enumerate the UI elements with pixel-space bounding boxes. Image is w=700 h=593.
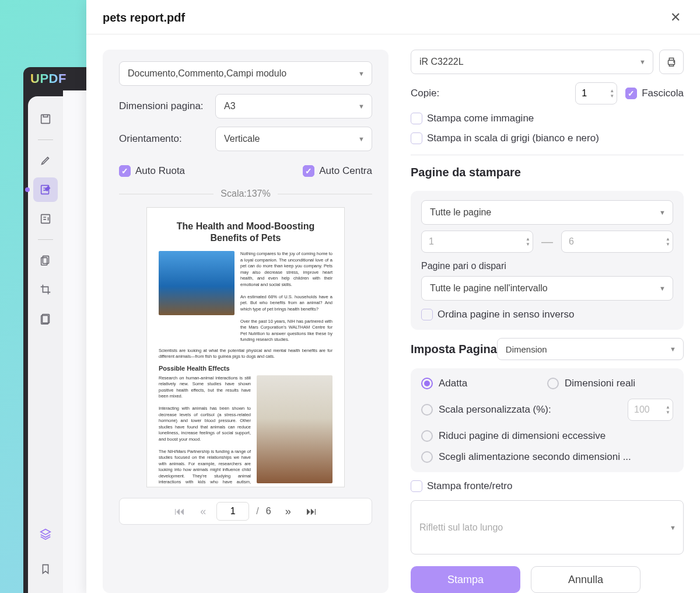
- chevron-down-icon: ▼: [358, 135, 365, 142]
- chevron-down-icon: ▼: [639, 58, 646, 65]
- page-size-label: Dimensioni pagina:: [119, 100, 209, 112]
- spin-down-icon[interactable]: ▼: [666, 242, 670, 247]
- settings-panel: iR C3222L ▼ Copie: ▲▼ Fascicola: [411, 50, 684, 593]
- dimension-select[interactable]: Dimension ▼: [497, 338, 684, 360]
- cancel-button[interactable]: Annulla: [531, 566, 640, 593]
- close-button[interactable]: ✕: [667, 9, 684, 26]
- actual-radio[interactable]: [547, 378, 559, 389]
- svg-point-17: [674, 61, 674, 62]
- odd-even-label: Pagine pari o dispari: [421, 261, 673, 271]
- auto-center-checkbox[interactable]: [303, 165, 314, 177]
- spin-down-icon[interactable]: ▼: [610, 94, 614, 99]
- app-logo: UPDF: [30, 71, 66, 86]
- range-from-input[interactable]: 1 ▲▼: [421, 231, 533, 253]
- edit-icon[interactable]: [33, 177, 58, 202]
- duplex-checkbox[interactable]: [411, 480, 422, 492]
- compress-icon[interactable]: [33, 306, 58, 331]
- copies-spinner[interactable]: ▲▼: [575, 82, 617, 104]
- orientation-select[interactable]: Verticale ▼: [215, 127, 372, 151]
- doc-subhead: Possible Health Effects: [159, 365, 332, 372]
- imposta-section: Adatta Dimensioni reali Scala personaliz…: [411, 368, 684, 472]
- scale-separator: Scala:137%: [119, 189, 372, 199]
- copies-input[interactable]: [576, 88, 600, 99]
- pages-section-title: Pagine da stampare: [411, 166, 684, 179]
- content-select[interactable]: Documento,Commento,Campi modulo ▼: [119, 61, 372, 86]
- choose-source-label: Scegli alimentazione secondo dimensioni …: [439, 451, 631, 463]
- odd-even-value: Tutte le pagine nell'intervallo: [430, 283, 548, 294]
- page-size-value: A3: [224, 101, 236, 111]
- print-button[interactable]: Stampa: [411, 566, 520, 593]
- print-dialog: pets report.pdf ✕ Documento,Commento,Cam…: [86, 0, 700, 593]
- last-page-button[interactable]: ⏭: [302, 501, 321, 521]
- range-to-input[interactable]: 6 ▲▼: [561, 231, 673, 253]
- crop-icon[interactable]: [33, 277, 58, 302]
- highlighter-icon[interactable]: [33, 148, 58, 173]
- pages-section: Tutte le pagine ▼ 1 ▲▼ — 6 ▲▼ Pagine par…: [411, 191, 684, 330]
- printer-value: iR C3222L: [419, 57, 464, 67]
- printer-properties-button[interactable]: [659, 50, 684, 74]
- layers-icon[interactable]: [33, 522, 58, 546]
- auto-rotate-label: Auto Ruota: [135, 165, 185, 177]
- imposta-title: Imposta Pagina: [411, 343, 497, 356]
- collate-label: Fascicola: [642, 88, 684, 99]
- chevron-down-icon: ▼: [358, 103, 365, 110]
- dialog-title: pets report.pdf: [103, 11, 185, 25]
- first-page-button[interactable]: ⏮: [170, 501, 190, 521]
- chevron-down-icon: ▼: [670, 346, 676, 353]
- reverse-checkbox[interactable]: [421, 309, 433, 320]
- svg-rect-0: [41, 115, 50, 124]
- page-input[interactable]: [216, 502, 249, 521]
- page-range-select[interactable]: Tutte le pagine ▼: [421, 200, 673, 225]
- chevron-down-icon: ▼: [659, 285, 666, 292]
- collate-checkbox[interactable]: [625, 88, 637, 99]
- copies-label: Copie:: [411, 88, 439, 99]
- form-icon[interactable]: [33, 207, 58, 231]
- page-size-select[interactable]: A3 ▼: [215, 94, 372, 118]
- page-range-value: Tutte le pagine: [430, 207, 491, 218]
- dimension-value: Dimension: [506, 344, 547, 354]
- choose-source-radio[interactable]: [421, 451, 433, 463]
- actual-label: Dimensioni reali: [565, 378, 635, 389]
- page-preview: The Health and Mood-Boosting Benefits of…: [146, 207, 345, 487]
- organize-icon[interactable]: [33, 248, 58, 273]
- grayscale-checkbox[interactable]: [411, 132, 422, 144]
- preview-panel: Documento,Commento,Campi modulo ▼ Dimens…: [103, 50, 388, 593]
- content-select-value: Documento,Commento,Campi modulo: [128, 68, 286, 79]
- dialog-header: pets report.pdf ✕: [86, 0, 700, 34]
- odd-even-select[interactable]: Tutte le pagine nell'intervallo ▼: [421, 276, 673, 301]
- custom-scale-radio[interactable]: [421, 404, 433, 416]
- shrink-radio[interactable]: [421, 430, 433, 442]
- next-page-button[interactable]: »: [278, 501, 298, 521]
- flip-value: Rifletti sul lato lungo: [419, 522, 503, 533]
- shrink-label: Riduci pagine di dimensioni eccessive: [439, 430, 606, 442]
- pager: ⏮ « / 6 » ⏭: [119, 498, 372, 525]
- spin-up-icon[interactable]: ▲: [526, 237, 530, 242]
- custom-scale-label: Scala personalizzata (%):: [439, 404, 551, 416]
- orientation-value: Verticale: [224, 134, 260, 144]
- chevron-down-icon: ▼: [358, 70, 365, 77]
- spin-down-icon[interactable]: ▼: [666, 410, 670, 415]
- duplex-label: Stampa fronte/retro: [427, 480, 512, 492]
- chevron-down-icon: ▼: [670, 524, 676, 531]
- print-as-image-checkbox[interactable]: [411, 113, 422, 124]
- left-toolbar: [28, 96, 63, 593]
- spin-up-icon[interactable]: ▲: [666, 237, 670, 242]
- auto-rotate-checkbox[interactable]: [119, 165, 131, 177]
- spin-up-icon[interactable]: ▲: [666, 405, 670, 410]
- prev-page-button[interactable]: «: [193, 501, 213, 521]
- bookmark-icon[interactable]: [33, 557, 58, 581]
- custom-scale-input[interactable]: [628, 404, 653, 415]
- flip-select[interactable]: Rifletti sul lato lungo ▼: [411, 500, 684, 554]
- page-total: 6: [266, 506, 271, 517]
- spin-down-icon[interactable]: ▼: [526, 242, 530, 247]
- fit-radio[interactable]: [421, 378, 433, 389]
- printer-select[interactable]: iR C3222L ▼: [411, 50, 653, 74]
- grayscale-label: Stampa in scala di grigi (bianco e nero): [427, 132, 599, 144]
- dialog-body: Documento,Commento,Campi modulo ▼ Dimens…: [86, 34, 700, 593]
- print-as-image-label: Stampa come immagine: [427, 113, 534, 124]
- spin-up-icon[interactable]: ▲: [610, 89, 614, 93]
- reverse-label: Ordina pagine in senso inverso: [438, 309, 574, 320]
- custom-scale-spinner[interactable]: ▲▼: [628, 399, 673, 421]
- chevron-down-icon: ▼: [659, 209, 666, 216]
- reader-icon[interactable]: [33, 107, 58, 131]
